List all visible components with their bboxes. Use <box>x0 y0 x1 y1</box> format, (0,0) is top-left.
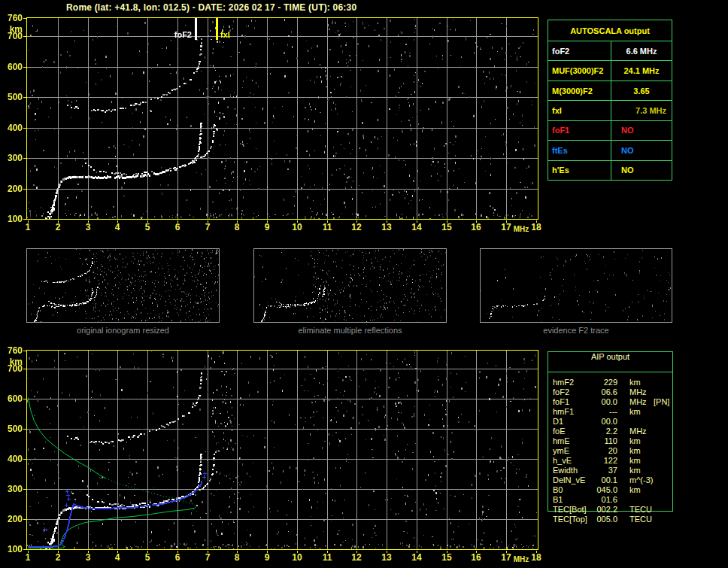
autoscala-row-value: 6.6 MHz <box>611 41 672 60</box>
y-tick-mark <box>23 351 26 351</box>
window-title: Rome (lat: +41.8, lon: 012.5) - DATE: 20… <box>66 2 356 13</box>
aip-row-un: km <box>629 407 641 416</box>
aip-row-no: [PN] <box>654 397 669 406</box>
y-tick-mark <box>23 128 26 129</box>
aip-row-val: 06.6 <box>590 387 617 396</box>
x-tick-label: 5 <box>138 222 157 232</box>
autoscala-row-label: fxI <box>548 101 611 120</box>
x-tick-mark <box>177 551 178 553</box>
x-tick-mark <box>58 551 59 553</box>
aip-output-table: AIP output hmF2229kmfoF206.6MHzfoF100.0M… <box>548 351 673 512</box>
x-tick-label: 3 <box>78 222 98 232</box>
y-tick-mark <box>23 36 26 37</box>
aip-row: h_vE122km <box>553 456 672 466</box>
y-tick-label: 760 <box>0 13 23 23</box>
aip-row: TEC[Bot]002.2TECU <box>553 505 672 515</box>
autoscala-row-value: 24.1 MHz <box>611 61 672 80</box>
autoscala-row-label: ftEs <box>548 141 611 159</box>
aip-row-lab: hmE <box>553 436 570 445</box>
y-tick-label: 500 <box>0 424 23 434</box>
x-tick-label: 7 <box>198 552 217 563</box>
x-tick-mark <box>387 220 387 223</box>
aip-row-val: 2.2 <box>590 427 617 436</box>
aip-row-un: km <box>629 436 641 445</box>
panel-evidence-f2-trace-caption: evidence F2 trace <box>480 326 672 335</box>
aip-table-title: AIP output <box>548 352 672 372</box>
x-tick-label: 16 <box>466 222 486 232</box>
x-tick-label: 6 <box>168 552 187 563</box>
autoscala-window: Rome (lat: +41.8, lon: 012.5) - DATE: 20… <box>0 0 728 568</box>
x-tick-mark <box>297 220 298 223</box>
x-tick-label: 15 <box>437 552 457 563</box>
aip-row-lab: h_vE <box>553 456 572 465</box>
aip-row-lab: foE <box>553 427 566 436</box>
x-tick-mark <box>88 220 89 223</box>
y-tick-mark <box>23 489 26 490</box>
aip-row: B101.6 <box>553 495 672 505</box>
x-tick-label: 1 <box>18 222 38 232</box>
x-tick-mark <box>327 220 328 223</box>
y-tick-mark <box>23 189 26 190</box>
aip-row-un: MHz <box>629 387 647 396</box>
y-tick-mark <box>23 18 26 19</box>
autoscala-row-label: M(3000)F2 <box>548 81 611 100</box>
aip-row-lab: hmF1 <box>553 407 574 416</box>
autoscala-row: foF26.6 MHz <box>548 41 672 60</box>
aip-row-lab: DelN_vE <box>553 475 585 484</box>
aip-row: Ewidth37km <box>553 466 672 475</box>
x-tick-label: 11 <box>317 552 337 563</box>
aip-row-val: 00.1 <box>590 475 617 484</box>
x-tick-label: 10 <box>287 552 307 563</box>
top-ionogram-plot <box>26 17 538 220</box>
y-tick-mark <box>23 549 26 550</box>
x-tick-mark <box>147 551 148 553</box>
autoscala-row-value: NO <box>611 161 672 180</box>
y-tick-label: 760 <box>0 345 23 356</box>
aip-row: foE2.2MHz <box>553 427 672 436</box>
aip-row: foF100.0MHz[PN] <box>553 397 672 407</box>
x-tick-mark <box>28 551 29 553</box>
aip-row-val: --- <box>590 407 617 416</box>
x-tick-label: 4 <box>108 222 127 232</box>
y-tick-label: 300 <box>0 153 23 163</box>
y-tick-label: 400 <box>0 123 23 133</box>
y-tick-label: 200 <box>0 184 23 194</box>
y-tick-mark <box>23 158 26 159</box>
aip-row-un: km <box>629 378 641 387</box>
panel-evidence-f2-trace-canvas <box>481 249 672 322</box>
x-tick-label: 14 <box>407 552 426 563</box>
fof2-marker-label: foF2 <box>168 30 192 39</box>
x-tick-label: 7 <box>198 222 217 232</box>
x-tick-mark <box>117 551 118 553</box>
x-tick-label: 14 <box>407 222 426 232</box>
aip-row-un: km <box>629 466 641 475</box>
panel-eliminate-reflections-canvas <box>254 249 446 322</box>
aip-row-lab: foF2 <box>553 387 569 396</box>
aip-row-val: 229 <box>590 378 617 387</box>
x-tick-label: 4 <box>108 552 127 563</box>
y-tick-mark <box>23 369 26 369</box>
autoscala-row-value: NO <box>611 121 672 140</box>
aip-row: foF206.6MHz <box>553 387 672 397</box>
aip-row-val: 045.0 <box>590 485 617 494</box>
x-tick-mark <box>267 551 268 553</box>
aip-row-lab: D1 <box>553 417 563 426</box>
x-tick-mark <box>208 551 208 553</box>
aip-row-lab: foF1 <box>553 397 569 406</box>
aip-row-val: 20 <box>590 446 617 455</box>
aip-row: hmF1---km <box>553 407 672 417</box>
aip-row-un: km <box>629 485 641 494</box>
aip-row-val: 00.0 <box>590 397 617 406</box>
aip-row-val: 37 <box>590 466 617 475</box>
x-tick-label: 9 <box>257 552 277 563</box>
x-tick-label: 8 <box>227 222 247 232</box>
y-tick-label: 200 <box>0 514 23 524</box>
x-axis-unit-label: MHz <box>511 555 531 563</box>
aip-row: hmF2229km <box>553 378 672 387</box>
x-tick-mark <box>88 551 89 553</box>
x-tick-mark <box>237 551 238 553</box>
x-tick-mark <box>237 220 238 223</box>
autoscala-row-label: MUF(3000)F2 <box>548 61 611 80</box>
y-axis-unit-label: km <box>0 357 23 367</box>
aip-row: hmE110km <box>553 436 672 446</box>
